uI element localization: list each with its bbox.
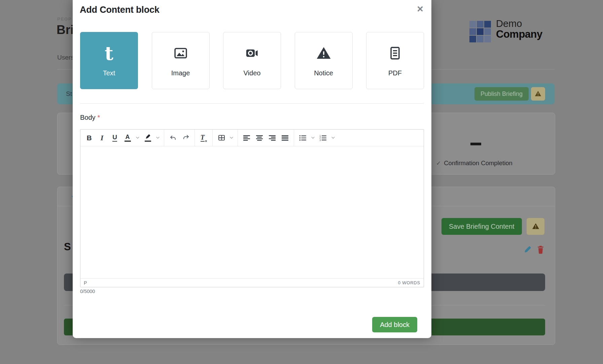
align-left-icon[interactable] — [240, 131, 253, 145]
color-bar — [125, 141, 131, 142]
tile-label: Video — [244, 69, 261, 77]
undo-icon[interactable] — [167, 131, 179, 145]
status-banner-text: St — [66, 90, 72, 98]
logo-square — [477, 28, 484, 35]
tile-label: Notice — [314, 69, 333, 77]
divider — [80, 103, 424, 104]
table-icon[interactable] — [215, 131, 228, 145]
color-bar — [145, 141, 151, 142]
edit-pencil-icon[interactable] — [524, 245, 533, 256]
save-briefing-content-button[interactable]: Save Briefing Content — [441, 218, 522, 235]
tile-label: Text — [103, 69, 115, 77]
content-type-notice[interactable]: Notice — [295, 32, 353, 89]
warning-triangle-icon — [532, 223, 539, 230]
logo-square — [469, 21, 476, 28]
align-center-icon[interactable] — [253, 131, 266, 145]
redo-icon[interactable] — [179, 131, 192, 145]
body-field-label: Body* — [80, 114, 100, 121]
warning-triangle-icon — [316, 44, 331, 62]
confirmation-row: ✓ Confirmation Completion — [436, 159, 512, 167]
content-type-image[interactable]: Image — [152, 32, 210, 89]
bold-button[interactable]: B — [83, 131, 96, 145]
toolbar-group-history — [164, 130, 195, 146]
tile-label: Image — [171, 69, 190, 77]
logo-square — [477, 36, 484, 42]
section-heading: S — [64, 241, 71, 253]
text-color-chevron[interactable] — [134, 131, 141, 145]
check-icon: ✓ — [436, 160, 441, 167]
page-title: Bri — [57, 23, 74, 37]
confirmation-label: Confirmation Completion — [444, 159, 512, 167]
content-type-text[interactable]: t Text — [80, 32, 138, 89]
toolbar-group-lists: 123 — [294, 130, 339, 146]
logo-square — [484, 28, 491, 35]
text-icon: t — [105, 44, 113, 62]
content-type-tiles: t Text Image Video Notice PDF — [80, 32, 424, 89]
warning-triangle-icon — [535, 90, 541, 98]
highlighter-pen-icon — [145, 134, 151, 140]
logo-square — [484, 21, 491, 28]
delete-trash-icon[interactable] — [536, 245, 545, 256]
publish-briefing-button[interactable]: Publish Briefing — [474, 87, 529, 101]
word-count[interactable]: 0 WORDS — [398, 280, 420, 285]
logo-square — [469, 36, 476, 42]
svg-text:3: 3 — [319, 139, 321, 141]
add-content-block-modal: Add Content block × t Text Image Video N… — [73, 0, 431, 338]
publish-warning-button[interactable] — [531, 87, 545, 101]
content-type-video[interactable]: Video — [223, 32, 281, 89]
dash-indicator — [470, 143, 481, 145]
pdf-document-icon — [387, 44, 403, 62]
logo-square — [477, 21, 484, 28]
logo-line2: Company — [496, 29, 542, 40]
required-asterisk: * — [98, 114, 100, 121]
video-camera-icon — [244, 44, 260, 62]
editor-content-area[interactable] — [80, 146, 424, 278]
ordered-list-icon[interactable]: 123 — [317, 131, 329, 145]
highlight-color-chevron[interactable] — [154, 131, 162, 145]
nav-link-users[interactable]: Users — [57, 54, 74, 61]
clear-formatting-button[interactable]: T× — [197, 131, 210, 145]
modal-title: Add Content block — [80, 5, 159, 15]
tile-label: PDF — [388, 69, 402, 77]
highlight-color-button[interactable] — [141, 131, 154, 145]
logo-line1: Demo — [496, 19, 542, 29]
image-icon — [173, 44, 188, 62]
bullet-list-chevron[interactable] — [309, 131, 317, 145]
table-chevron[interactable] — [228, 131, 235, 145]
logo-square — [469, 28, 476, 35]
editor-toolbar: B I U A T× — [80, 130, 424, 146]
rich-text-editor: B I U A T× — [80, 129, 424, 287]
save-warning-button[interactable] — [527, 218, 544, 235]
align-right-icon[interactable] — [266, 131, 279, 145]
add-block-button[interactable]: Add block — [372, 317, 417, 332]
breadcrumb-eyebrow: PEOP — [57, 16, 72, 22]
toolbar-group-formatting: B I U A — [80, 130, 164, 146]
company-logo-text: Demo Company — [496, 19, 542, 39]
italic-button[interactable]: I — [96, 131, 108, 145]
company-logo-grid — [469, 21, 491, 42]
bullet-list-icon[interactable] — [296, 131, 309, 145]
content-type-pdf[interactable]: PDF — [366, 32, 424, 89]
underline-button[interactable]: U — [108, 131, 121, 145]
toolbar-group-align — [238, 130, 294, 146]
ordered-list-chevron[interactable] — [329, 131, 337, 145]
toolbar-group-clear: T× — [195, 130, 213, 146]
close-icon[interactable]: × — [415, 1, 425, 16]
element-path[interactable]: P — [84, 280, 87, 286]
justify-icon[interactable] — [279, 131, 291, 145]
text-color-button[interactable]: A — [121, 131, 134, 145]
toolbar-group-table — [213, 130, 238, 146]
logo-square — [484, 36, 491, 42]
editor-statusbar: P 0 WORDS — [80, 278, 424, 287]
character-count: 0/5000 — [80, 289, 95, 294]
